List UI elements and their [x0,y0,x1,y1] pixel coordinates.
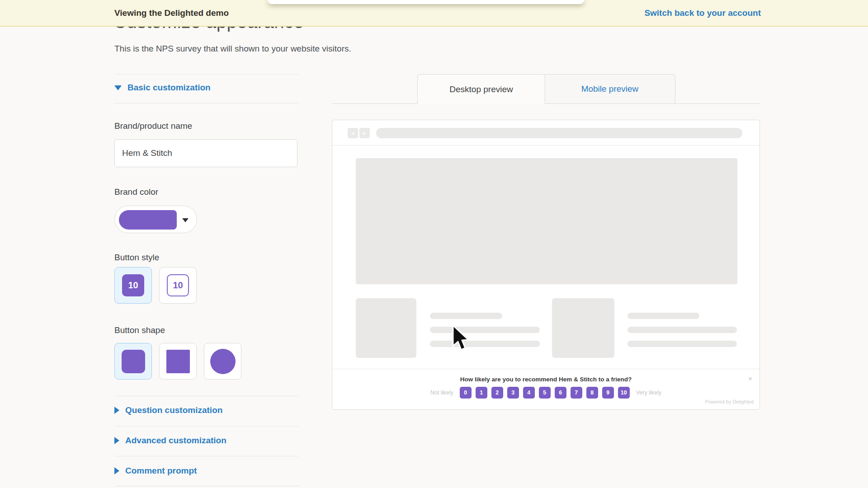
button-shape-label: Button shape [114,325,165,335]
score-button-7[interactable]: 7 [571,387,582,399]
brand-name-label: Brand/product name [114,121,192,131]
score-button-2[interactable]: 2 [491,387,503,399]
switch-back-link[interactable]: Switch back to your account [644,8,761,18]
divider [114,103,298,103]
caret-down-icon [182,218,189,222]
button-shape-rounded-option[interactable] [114,343,152,380]
score-button-10[interactable]: 10 [618,387,630,399]
close-icon[interactable]: × [748,375,752,382]
section-label: Advanced customization [125,436,226,446]
brand-color-swatch [119,210,177,230]
skeleton-image [356,298,416,358]
section-basic-customization[interactable]: Basic customization [114,83,211,93]
score-button-5[interactable]: 5 [539,387,551,399]
nps-survey-widget: How likely are you to recommend Hem & St… [332,369,760,409]
skeleton-image [552,298,614,358]
not-likely-label: Not likely [430,389,453,396]
score-button-3[interactable]: 3 [507,387,519,399]
address-bar [376,128,742,138]
skeleton-text-line [627,313,699,319]
back-icon: ◄ [348,128,358,138]
forward-icon: ► [359,128,370,138]
button-style-filled-option[interactable]: 10 [114,267,152,304]
outline-button-sample: 10 [167,274,189,296]
tab-label: Mobile preview [581,84,639,94]
section-label: Comment prompt [125,466,197,476]
section-comment-prompt[interactable]: Comment prompt [114,466,197,476]
brand-color-label: Brand color [114,187,158,197]
square-shape-icon [166,350,190,373]
powered-by-delighted: Powered by Delighted [705,399,754,404]
tab-desktop-preview[interactable]: Desktop preview [417,74,545,104]
survey-question: How likely are you to recommend Hem & St… [332,369,760,383]
score-button-0[interactable]: 0 [460,387,472,399]
skeleton-text-line [430,327,540,333]
skeleton-text-line [627,327,737,333]
divider [114,74,298,75]
divider [114,486,298,486]
circle-shape-icon [210,349,236,374]
page-subtitle: This is the NPS survey that will shown t… [114,44,351,54]
skeleton-text-line [430,313,502,319]
skeleton-hero-block [356,158,737,284]
desktop-preview-frame: ◄ ► How likely are you to recommend Hem … [332,120,760,410]
button-style-label: Button style [114,253,159,263]
top-overlay-notch [268,0,584,4]
skeleton-text-line [627,341,737,347]
expand-icon [114,407,119,414]
divider [114,456,298,456]
score-button-9[interactable]: 9 [602,387,614,399]
score-button-4[interactable]: 4 [523,387,535,399]
button-shape-square-option[interactable] [159,343,197,380]
section-advanced-customization[interactable]: Advanced customization [114,436,226,446]
score-button-1[interactable]: 1 [476,387,487,399]
section-label: Basic customization [127,83,211,93]
section-label: Question customization [125,405,222,415]
browser-chrome: ◄ ► [332,120,760,145]
brand-color-picker[interactable] [114,206,197,233]
section-question-customization[interactable]: Question customization [114,405,222,415]
skeleton-text-line [430,341,540,347]
tab-mobile-preview[interactable]: Mobile preview [545,74,675,104]
expand-icon [114,437,119,444]
divider [114,426,298,427]
score-button-6[interactable]: 6 [555,387,566,399]
collapse-icon [114,85,122,90]
demo-banner-message: Viewing the Delighted demo [114,8,229,18]
brand-name-input[interactable] [114,139,297,167]
button-shape-circle-option[interactable] [204,343,241,380]
filled-button-sample: 10 [122,274,144,296]
score-button-8[interactable]: 8 [586,387,598,399]
tab-label: Desktop preview [449,84,513,94]
divider [114,396,298,396]
very-likely-label: Very likely [636,389,661,396]
button-style-outline-option[interactable]: 10 [159,267,197,304]
expand-icon [114,467,119,474]
nps-scale: Not likely 0 1 2 3 4 5 6 7 8 9 10 Very l… [332,387,760,399]
rounded-square-shape-icon [122,350,145,373]
